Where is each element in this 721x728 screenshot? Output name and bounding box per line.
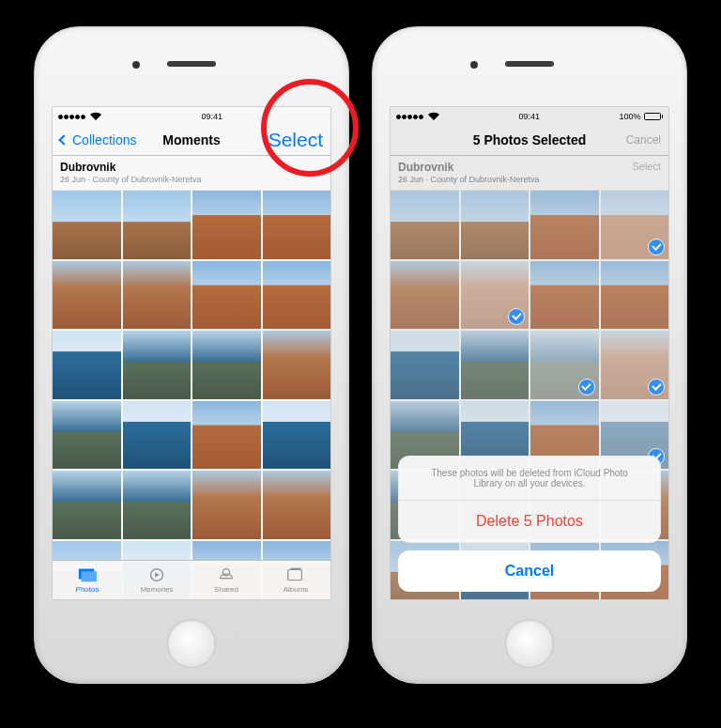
speaker [505,61,554,67]
photo-thumb[interactable] [192,471,261,539]
photo-thumb[interactable] [192,401,261,470]
speaker [167,61,216,67]
photos-icon [77,566,98,583]
photo-thumb[interactable] [123,471,192,539]
clock: 09:41 [201,112,222,121]
action-sheet: These photos will be deleted from iCloud… [398,456,661,592]
iphone-device-right: 09:41 100% 5 Photos Selected Cancel Dubr… [372,26,687,684]
tab-memories[interactable]: Memories [122,561,192,599]
photo-grid [53,191,330,600]
back-label: Collections [72,132,136,147]
moment-subtitle: 26 Jun · County of Dubrovnik-Neretva [60,175,202,184]
home-button[interactable] [505,619,554,668]
photo-thumb[interactable] [123,401,192,470]
photo-thumb[interactable] [263,471,331,539]
action-sheet-cancel-button[interactable]: Cancel [398,550,661,592]
photo-thumb[interactable] [192,331,261,399]
tab-label: Memories [140,585,173,594]
iphone-device-left: 09:41 Collections Moments Select Dubrovn… [34,26,349,684]
moment-location: Dubrovnik [60,161,202,174]
photo-thumb[interactable] [123,191,192,259]
albums-icon [285,566,306,583]
front-camera [470,61,478,69]
memories-icon [146,566,167,583]
select-button[interactable]: Select [268,129,323,151]
screen-right: 09:41 100% 5 Photos Selected Cancel Dubr… [390,106,669,600]
photo-thumb[interactable] [263,191,331,259]
photo-thumb[interactable] [53,191,121,259]
photo-thumb[interactable] [53,331,121,399]
photo-thumb[interactable] [263,401,331,470]
svg-marker-3 [155,572,160,578]
tab-albums[interactable]: Albums [261,561,330,599]
delete-photos-button[interactable]: Delete 5 Photos [399,501,660,542]
front-camera [132,61,140,69]
photo-thumb[interactable] [53,401,121,470]
status-bar: 09:41 [53,107,330,124]
photo-thumb[interactable] [53,261,121,330]
tab-shared[interactable]: Shared [192,561,261,599]
photo-thumb[interactable] [192,261,261,330]
photo-thumb[interactable] [263,261,331,330]
photo-thumb[interactable] [263,331,331,399]
screen-left: 09:41 Collections Moments Select Dubrovn… [52,106,331,600]
nav-bar: Collections Moments Select [53,124,330,156]
tab-label: Albums [284,585,309,594]
svg-rect-1 [82,571,98,581]
svg-rect-4 [288,570,302,581]
photo-thumb[interactable] [123,331,192,399]
signal-dots-icon [58,112,86,121]
photo-thumb[interactable] [123,261,192,330]
home-button[interactable] [167,619,216,668]
photo-thumb[interactable] [192,191,261,259]
tab-photos[interactable]: Photos [53,561,122,599]
tab-label: Shared [214,585,238,594]
back-button[interactable]: Collections [60,132,136,147]
wifi-icon [90,112,101,122]
tab-bar: Photos Memories Shared Albums [53,560,330,599]
svg-rect-5 [291,568,301,570]
photo-thumb[interactable] [53,471,121,539]
action-sheet-message: These photos will be deleted from iCloud… [399,457,660,500]
tab-label: Photos [76,585,100,594]
moment-header[interactable]: Dubrovnik 26 Jun · County of Dubrovnik-N… [53,156,330,191]
chevron-left-icon [58,134,69,145]
shared-icon [216,566,237,583]
